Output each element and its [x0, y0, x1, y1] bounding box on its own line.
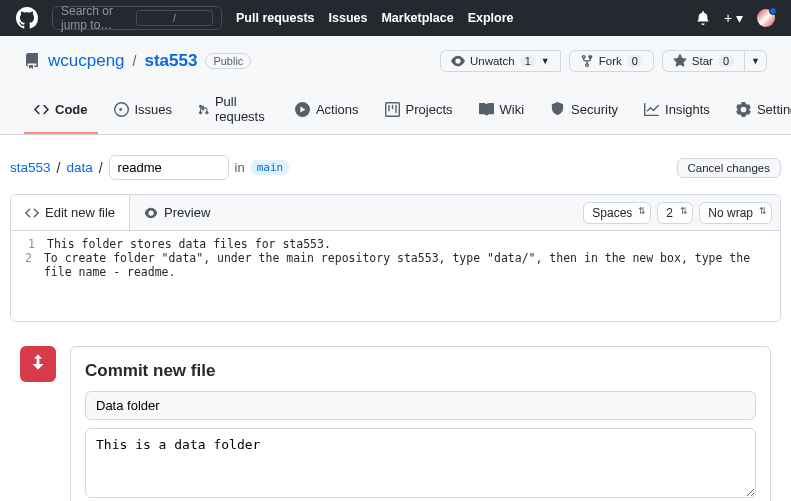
visibility-badge: Public [205, 53, 251, 69]
tab-settings[interactable]: Settings [726, 86, 791, 134]
star-dropdown[interactable]: ▼ [744, 50, 767, 72]
user-avatar[interactable] [757, 9, 775, 27]
unwatch-label: Unwatch [470, 55, 515, 67]
nav-marketplace[interactable]: Marketplace [381, 11, 453, 25]
plus-icon[interactable]: + ▾ [724, 10, 743, 26]
slash-key-icon: / [136, 10, 213, 26]
unwatch-button[interactable]: Unwatch 1 ▼ [440, 50, 561, 72]
chevron-down-icon: ▼ [541, 56, 550, 66]
wrap-select[interactable]: No wrap [699, 202, 772, 224]
tab-code[interactable]: Code [24, 86, 98, 134]
editor: Edit new file Preview Spaces 2 No wrap 1… [10, 194, 781, 322]
code-line: To create folder "data", under the main … [44, 251, 780, 279]
bell-icon[interactable] [696, 11, 710, 25]
owner-link[interactable]: wcucpeng [48, 51, 125, 71]
commit-heading: Commit new file [85, 361, 756, 381]
line-number: 1 [11, 237, 47, 251]
edit-tab[interactable]: Edit new file [11, 195, 130, 230]
indent-mode-select[interactable]: Spaces [583, 202, 651, 224]
cancel-changes-button[interactable]: Cancel changes [677, 158, 781, 178]
search-placeholder: Search or jump to… [61, 4, 136, 32]
in-label: in [235, 160, 245, 175]
code-editor[interactable]: 1This folder stores data files for sta55… [11, 231, 780, 321]
watch-count: 1 [520, 55, 536, 67]
fork-label: Fork [599, 55, 622, 67]
fork-count: 0 [627, 55, 643, 67]
tab-actions[interactable]: Actions [285, 86, 369, 134]
star-count: 0 [718, 55, 734, 67]
code-line: This folder stores data files for sta553… [47, 237, 331, 251]
repo-tabs: Code Issues Pull requests Actions Projec… [24, 86, 767, 134]
breadcrumb: sta553 / data / in main Cancel changes [10, 155, 781, 180]
preview-tab[interactable]: Preview [130, 195, 224, 230]
tab-insights[interactable]: Insights [634, 86, 720, 134]
commit-avatar [20, 346, 56, 382]
line-number: 2 [11, 251, 44, 279]
tab-wiki[interactable]: Wiki [469, 86, 535, 134]
indent-size-select[interactable]: 2 [657, 202, 693, 224]
top-nav: Pull requests Issues Marketplace Explore [236, 11, 514, 25]
nav-pull-requests[interactable]: Pull requests [236, 11, 315, 25]
tab-pulls[interactable]: Pull requests [188, 86, 279, 134]
fork-button[interactable]: Fork 0 [569, 50, 654, 72]
commit-summary-input[interactable] [85, 391, 756, 420]
chevron-down-icon: ▼ [751, 56, 760, 66]
separator: / [133, 53, 137, 69]
commit-description-textarea[interactable] [85, 428, 756, 498]
filename-input[interactable] [109, 155, 229, 180]
crumb-root[interactable]: sta553 [10, 160, 51, 175]
tab-issues[interactable]: Issues [104, 86, 183, 134]
nav-issues[interactable]: Issues [329, 11, 368, 25]
nav-explore[interactable]: Explore [468, 11, 514, 25]
search-input[interactable]: Search or jump to… / [52, 6, 222, 30]
github-logo-icon[interactable] [16, 7, 38, 29]
global-header: Search or jump to… / Pull requests Issue… [0, 0, 791, 36]
commit-form: Commit new file [70, 346, 771, 501]
repo-header: wcucpeng / sta553 Public Unwatch 1 ▼ For… [0, 36, 791, 135]
repo-link[interactable]: sta553 [144, 51, 197, 71]
star-button[interactable]: Star 0 [662, 50, 744, 72]
tab-projects[interactable]: Projects [375, 86, 463, 134]
crumb-folder[interactable]: data [66, 160, 92, 175]
repo-icon [24, 53, 40, 69]
tab-security[interactable]: Security [540, 86, 628, 134]
star-label: Star [692, 55, 713, 67]
branch-badge[interactable]: main [251, 160, 290, 175]
